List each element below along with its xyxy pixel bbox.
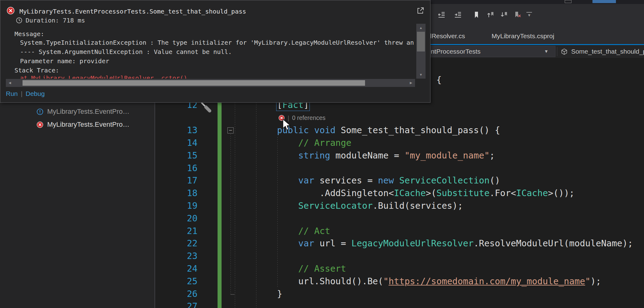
test-item-not-run[interactable]: MyLibraryTests.EventPro… — [36, 105, 130, 118]
line-number: 14 — [155, 137, 197, 149]
line-number: 18 — [155, 187, 197, 199]
outdent-icon[interactable] — [438, 11, 446, 19]
screwdriver-cursor-icon — [201, 102, 212, 115]
line-number: 17 — [155, 174, 197, 187]
run-debug-separator: | — [21, 90, 23, 97]
tab-mylibrarytests-csproj[interactable]: MyLibraryTests.csproj — [492, 28, 554, 44]
line-number: 27 — [155, 300, 197, 308]
line-number: 25 — [155, 275, 197, 288]
indent-icon[interactable] — [454, 11, 462, 19]
fold-collapse-box[interactable]: − — [227, 127, 234, 133]
tooltip-vertical-scrollbar[interactable]: ▲ ▼ — [416, 24, 426, 79]
code-line-26[interactable]: } — [235, 288, 282, 300]
run-link[interactable]: Run — [6, 89, 18, 98]
message-line: Parameter name: provider — [20, 57, 416, 65]
fold-region-line — [231, 134, 231, 294]
scroll-up-arrow[interactable]: ▲ — [417, 24, 425, 32]
code-line-25[interactable]: url.Should().Be("https://somedomain.com/… — [235, 275, 601, 288]
line-number: 20 — [155, 212, 197, 225]
error-icon — [6, 6, 15, 15]
code-line-15[interactable]: string moduleName = "my_module_name"; — [235, 149, 495, 162]
code-line-18[interactable]: .AddSingleton<ICache>(Substitute.For<ICa… — [235, 187, 575, 199]
next-bookmark-icon[interactable] — [500, 11, 508, 19]
debug-link[interactable]: Debug — [26, 89, 45, 98]
message-line: ---- System.ArgumentNullException : Valu… — [20, 48, 416, 56]
line-number: 16 — [155, 162, 197, 175]
open-in-new-window-icon[interactable] — [417, 6, 425, 14]
line-number: 13 — [155, 124, 197, 137]
tooltip-horizontal-scrollbar[interactable]: ◄ ► — [6, 79, 415, 87]
navbar-divider — [557, 47, 557, 56]
bookmark-icon[interactable] — [472, 11, 480, 19]
line-number: 22 — [155, 237, 197, 250]
test-result-tooltip: MyLibraryTests.EventProcessorTests.Some_… — [0, 0, 430, 103]
code-line-10[interactable]: { — [436, 74, 442, 86]
code-line-13[interactable]: public void Some_test_that_should_pass()… — [235, 124, 500, 137]
line-number: 21 — [155, 225, 197, 237]
code-line-14[interactable]: // Arrange — [235, 137, 351, 149]
horizontal-scrollbar-thumb[interactable] — [23, 80, 365, 86]
mouse-cursor-pointer — [282, 119, 291, 132]
code-line-19[interactable]: ServiceLocator.Build(services); — [235, 199, 463, 212]
codelens-references-link[interactable]: 0 references — [292, 114, 325, 121]
fold-region-end-tick — [231, 294, 235, 295]
clear-bookmarks-icon[interactable] — [513, 11, 521, 19]
test-failed-icon — [36, 121, 44, 128]
line-number: 15 — [155, 149, 197, 162]
vs-window: ▾ LegacyModuleUrlResolver.cs MyLibraryTe… — [0, 0, 644, 308]
member-dropdown-label[interactable]: Some_test_that_should_pass() — [571, 45, 644, 58]
test-item-label: MyLibraryTests.EventPro… — [47, 121, 130, 129]
test-not-run-icon — [36, 108, 44, 115]
code-line-17[interactable]: var services = new ServiceCollection() — [235, 174, 500, 187]
clock-icon — [16, 17, 23, 24]
line-number: 19 — [155, 199, 197, 212]
message-line: System.TypeInitializationException : The… — [20, 39, 416, 47]
change-tracking-bar — [218, 95, 222, 308]
stack-trace-label: Stack Trace: — [15, 66, 59, 74]
scroll-down-arrow[interactable]: ▼ — [417, 71, 425, 79]
chevron-down-icon[interactable]: ▾ — [545, 46, 548, 57]
code-line-22[interactable]: var url = LegacyModuleUrlResolver.Resolv… — [235, 237, 633, 250]
message-label: Message: — [15, 30, 44, 38]
code-line-24[interactable]: // Assert — [235, 262, 346, 275]
code-line-21[interactable]: // Act — [235, 225, 330, 237]
test-item-label: MyLibraryTests.EventPro… — [47, 108, 130, 116]
line-number: 26 — [155, 288, 197, 300]
toolbar-button-sliver[interactable] — [565, 0, 571, 3]
scroll-right-arrow[interactable]: ► — [407, 79, 415, 87]
tooltip-duration: Duration: 718 ms — [26, 16, 85, 25]
previous-bookmark-icon[interactable] — [487, 11, 495, 19]
highlighted-toolbar-button-sliver[interactable] — [592, 0, 616, 3]
line-number: 24 — [155, 262, 197, 275]
stack-trace-link[interactable]: at MyLibrary.LegacyModuleUrlResolver..cc… — [20, 74, 415, 79]
tooltip-test-title: MyLibraryTests.EventProcessorTests.Some_… — [19, 7, 414, 16]
toolbar-overflow-chevron-icon[interactable]: ▾ — [526, 12, 532, 18]
scroll-left-arrow[interactable]: ◄ — [6, 79, 14, 87]
line-number: 23 — [155, 250, 197, 262]
vertical-scrollbar-thumb[interactable] — [417, 32, 425, 51]
method-cube-icon — [560, 48, 568, 57]
test-item-failed[interactable]: MyLibraryTests.EventPro… — [36, 118, 130, 131]
